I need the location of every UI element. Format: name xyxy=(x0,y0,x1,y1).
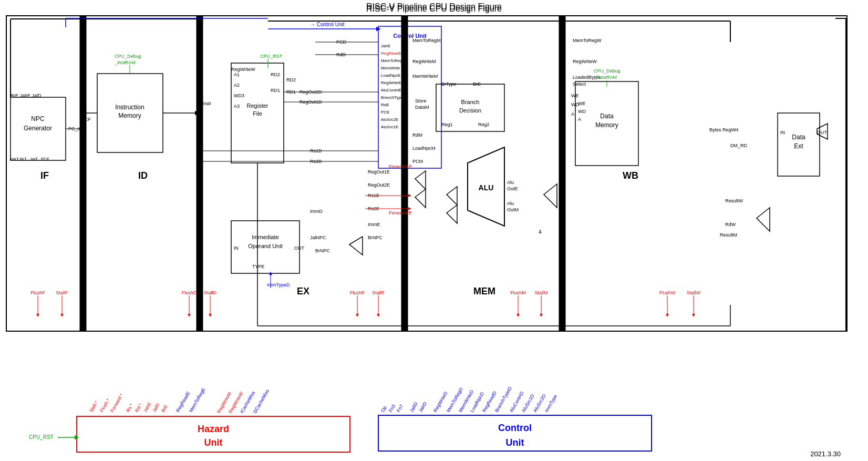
circuit-diagram: IF ID EX MEM WB NPC Generator Instructio… xyxy=(0,0,868,461)
svg-text:CPU_RST: CPU_RST xyxy=(260,54,283,59)
svg-text:RdE: RdE xyxy=(381,103,389,107)
svg-text:RegWriteW: RegWriteW xyxy=(231,67,255,72)
svg-text:Operand Unit: Operand Unit xyxy=(248,243,282,249)
svg-text:DM_RD: DM_RD xyxy=(730,143,748,148)
svg-text:FlushD: FlushD xyxy=(182,290,197,295)
svg-text:IF: IF xyxy=(40,170,49,181)
svg-text:BrE: BrE xyxy=(473,81,481,87)
svg-text:RD2: RD2 xyxy=(286,77,296,83)
svg-text:RD1: RD1 xyxy=(286,89,296,95)
svg-text:PCE: PCE xyxy=(381,110,389,115)
svg-text:Rs.*: Rs.* xyxy=(125,403,134,413)
svg-marker-85 xyxy=(349,237,363,255)
svg-text:PCF: PCF xyxy=(41,157,49,161)
svg-text:FlushW: FlushW xyxy=(659,290,676,295)
svg-text:Forward2E: Forward2E xyxy=(389,210,412,216)
svg-marker-86 xyxy=(544,184,557,208)
svg-text:_InstRAM: _InstRAM xyxy=(114,60,136,65)
svg-text:FlushF: FlushF xyxy=(30,290,45,295)
svg-text:Forward.*: Forward.* xyxy=(109,393,124,413)
svg-text:BrNPC: BrNPC xyxy=(315,248,330,253)
svg-text:LoadNpcE: LoadNpcE xyxy=(381,73,400,78)
svg-marker-87 xyxy=(757,208,770,231)
svg-text:RdM: RdM xyxy=(412,132,422,138)
svg-text:StallM: StallM xyxy=(534,290,547,295)
svg-text:Memory: Memory xyxy=(595,121,618,129)
svg-text:BrE JalrE JalD: BrE JalrE JalD xyxy=(11,93,42,98)
svg-text:AluContrIE: AluContrIE xyxy=(381,88,401,93)
svg-text:A: A xyxy=(571,111,574,117)
svg-text:MemToRegM: MemToRegM xyxy=(412,38,441,43)
svg-text:MEM: MEM xyxy=(473,286,495,296)
svg-rect-80 xyxy=(559,16,565,331)
svg-text:FlushE: FlushE xyxy=(350,290,365,295)
svg-text:OutE: OutE xyxy=(507,186,518,191)
svg-text:JalrD: JalrD xyxy=(418,401,428,413)
svg-text:TYPE: TYPE xyxy=(252,264,265,269)
svg-text:Branch: Branch xyxy=(461,99,480,105)
svg-text:RD1: RD1 xyxy=(271,88,280,93)
svg-text:EX: EX xyxy=(297,286,309,296)
svg-text:IN: IN xyxy=(234,245,239,251)
svg-text:4: 4 xyxy=(539,229,542,235)
svg-text:WB: WB xyxy=(623,170,638,181)
svg-text:RegOut2E: RegOut2E xyxy=(368,182,390,188)
svg-text:Stall.*: Stall.* xyxy=(88,399,99,413)
svg-text:Data: Data xyxy=(600,112,614,120)
svg-marker-83 xyxy=(447,187,457,205)
svg-text:2021.3.30: 2021.3.30 xyxy=(810,450,841,458)
svg-text:ImmE: ImmE xyxy=(368,222,380,227)
svg-text:JalrE: JalrE xyxy=(381,44,390,48)
svg-text:BrE: BrE xyxy=(160,404,169,413)
svg-text:RD2: RD2 xyxy=(271,72,280,77)
svg-text:JalrE: JalrE xyxy=(142,401,152,413)
svg-text:RISC-V Pipeline CPU Design Fig: RISC-V Pipeline CPU Design Figure xyxy=(366,2,502,11)
svg-text:Decision: Decision xyxy=(459,107,481,114)
svg-text:A1: A1 xyxy=(234,72,240,77)
svg-text:Unit: Unit xyxy=(204,437,223,448)
svg-text:RegWriteE: RegWriteE xyxy=(381,80,401,85)
svg-text:Control: Control xyxy=(498,423,532,433)
svg-text:BrNPC: BrNPC xyxy=(368,235,383,240)
svg-text:OUT: OUT xyxy=(294,245,305,251)
svg-marker-84 xyxy=(447,205,457,223)
svg-text:Register: Register xyxy=(247,103,268,109)
svg-text:Hazard: Hazard xyxy=(198,424,229,434)
svg-marker-81 xyxy=(415,171,426,189)
svg-text:Data: Data xyxy=(792,134,805,141)
svg-text:CPU_Debug: CPU_Debug xyxy=(594,68,621,74)
svg-text:MemToRegW: MemToRegW xyxy=(573,38,602,43)
svg-text:JalNPC: JalNPC xyxy=(310,235,326,240)
svg-text:Rd.*: Rd.* xyxy=(134,402,143,413)
svg-text:ALU: ALU xyxy=(479,183,494,192)
svg-text:A: A xyxy=(578,117,581,122)
svg-text:Alu: Alu xyxy=(507,201,514,206)
svg-text:BrType: BrType xyxy=(441,81,457,87)
svg-rect-9 xyxy=(563,16,847,331)
svg-text:ImmD: ImmD xyxy=(310,209,323,214)
svg-text:WD: WD xyxy=(578,109,586,114)
svg-text:Reg1: Reg1 xyxy=(441,122,453,127)
svg-text:JalD: JalD xyxy=(151,402,161,413)
svg-text:ID: ID xyxy=(138,170,148,181)
svg-text:instr: instr xyxy=(202,101,211,106)
svg-text:Select: Select xyxy=(573,81,586,87)
svg-text:WE: WE xyxy=(571,93,579,98)
svg-text:ResultW: ResultW xyxy=(725,198,743,203)
svg-text:JalID: JalID xyxy=(409,401,419,413)
svg-text:StallD: StallD xyxy=(204,290,217,295)
svg-text:ResultM: ResultM xyxy=(720,232,737,238)
svg-text:RegWriteM: RegWriteM xyxy=(412,59,436,64)
svg-text:DCacheMiss: DCacheMiss xyxy=(252,388,270,414)
svg-text:LoadNpcM: LoadNpcM xyxy=(412,146,436,151)
svg-text:RegWriteW: RegWriteW xyxy=(573,59,597,64)
svg-text:BrT: BrT xyxy=(20,157,27,161)
svg-text:IN: IN xyxy=(780,130,785,135)
svg-text:MemWriteM: MemWriteM xyxy=(412,74,438,79)
svg-text:Reg2: Reg2 xyxy=(478,122,490,127)
svg-text:FlushM: FlushM xyxy=(510,290,526,295)
svg-text:→ Control Unit: → Control Unit xyxy=(310,22,345,27)
svg-text:Memory: Memory xyxy=(118,112,141,119)
svg-text:WD3: WD3 xyxy=(234,93,244,98)
svg-text:CPU_RST: CPU_RST xyxy=(29,434,54,440)
